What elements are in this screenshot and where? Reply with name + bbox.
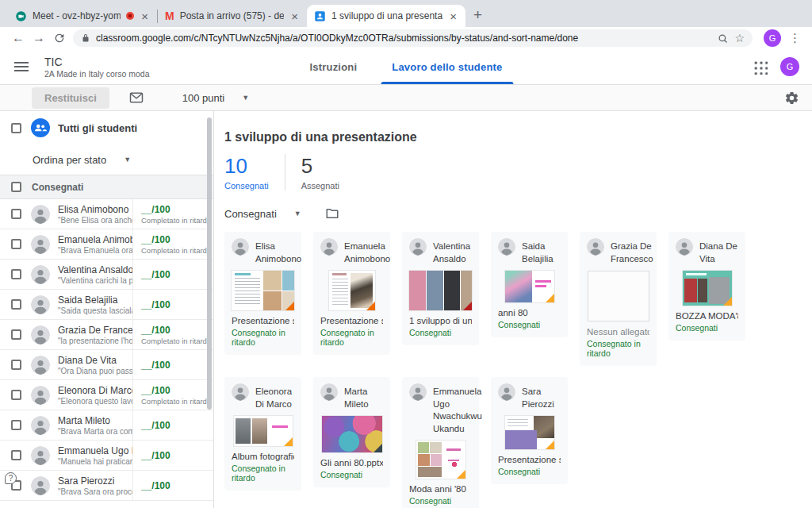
submission-card[interactable]: Grazia De Francesco Nessun allegato Cons… xyxy=(580,232,657,366)
student-checkbox[interactable] xyxy=(11,269,21,279)
grade-cell[interactable]: __/100 xyxy=(132,441,213,470)
attachment-filename[interactable]: anni 80 xyxy=(498,308,561,318)
student-row[interactable]: Saida Belajilia "Saida questa lasciala c… xyxy=(0,290,213,320)
reload-icon[interactable] xyxy=(49,32,70,44)
student-checkbox[interactable] xyxy=(11,450,21,460)
grade-cell[interactable]: __/100 Completato in ritardo xyxy=(132,229,213,259)
attachment-thumbnail[interactable] xyxy=(329,271,375,310)
close-icon[interactable]: × xyxy=(448,10,458,22)
submission-card[interactable]: Elisa Animobono Presentazione senza t...… xyxy=(224,232,301,355)
attachment-thumbnail[interactable] xyxy=(409,271,472,310)
attachment-filename[interactable]: Presentazione senza t... xyxy=(232,316,294,325)
email-icon[interactable] xyxy=(128,90,144,106)
student-row[interactable]: Emanuela Animobono "Brava Emanuela ora p… xyxy=(0,229,213,260)
student-checkbox[interactable] xyxy=(11,299,21,310)
grade-cell[interactable]: __/100 xyxy=(132,410,213,440)
tab-istruzioni[interactable]: Istruzioni xyxy=(309,49,357,84)
back-icon[interactable]: ← xyxy=(8,31,29,45)
attachment-thumbnail[interactable] xyxy=(416,441,465,479)
attachment-filename[interactable]: Album fotografico xyxy=(232,452,294,461)
student-row[interactable]: Valentina Ansaldo "Valentina carichi la … xyxy=(0,260,213,290)
student-row[interactable]: Sara Pierozzi "Brava Sara ora procedi a.… xyxy=(0,471,213,501)
section-checkbox[interactable] xyxy=(11,182,21,192)
bookmark-star-icon[interactable]: ☆ xyxy=(734,32,745,44)
stat-consegnati[interactable]: 10 Consegnati xyxy=(224,154,285,190)
attachment-filename[interactable]: 1 sviluppo di una pres... xyxy=(409,316,472,325)
stat-assegnati[interactable]: 5 Assegnati xyxy=(285,154,355,190)
attachment-thumbnail[interactable] xyxy=(683,271,732,306)
grade-cell[interactable]: __/100 xyxy=(132,471,213,500)
zoom-icon[interactable] xyxy=(717,33,729,44)
browser-tab-gmail[interactable]: M Posta in arrivo (575) - de_genn × xyxy=(158,5,307,27)
browser-profile-avatar[interactable]: G xyxy=(764,29,781,47)
submission-card[interactable]: Sara Pierozzi Presentazione senza t... C… xyxy=(491,377,568,484)
grade-cell[interactable]: __/100 xyxy=(132,260,213,289)
attachment-thumbnail[interactable] xyxy=(234,416,293,446)
account-avatar[interactable]: G xyxy=(780,57,799,76)
student-checkbox[interactable] xyxy=(11,329,21,340)
student-row[interactable]: Grazia De Francesco "la presentazione l'… xyxy=(0,320,213,350)
submission-card[interactable]: Eleonora Di Marco Album fotografico Cons… xyxy=(224,377,301,491)
help-icon[interactable]: ? xyxy=(5,472,17,484)
attachment-filename[interactable]: Presentazione senza t... xyxy=(498,455,561,464)
submission-cards-grid: Elisa Animobono Presentazione senza t...… xyxy=(224,232,812,508)
browser-tab-classroom-active[interactable]: 1 sviluppo di una presentazione × xyxy=(307,5,465,27)
attachment-thumbnail[interactable] xyxy=(505,271,554,302)
settings-gear-icon[interactable] xyxy=(784,90,799,106)
student-checkbox[interactable] xyxy=(11,239,21,249)
main-menu-icon[interactable] xyxy=(13,59,30,75)
section-consegnati: Consegnati xyxy=(0,175,213,199)
student-row[interactable]: Eleonora Di Marco "Eleonora questo lavor… xyxy=(0,380,213,410)
attachment-filename[interactable]: Moda anni '80 xyxy=(409,484,472,494)
status-filter-dropdown[interactable]: Consegnati xyxy=(224,208,277,220)
student-row[interactable]: Diana De Vita "Ora Diana puoi passare ..… xyxy=(0,350,213,380)
submission-card[interactable]: Saida Belajilia anni 80 Consegnati xyxy=(491,232,568,337)
sidebar-scrollbar[interactable] xyxy=(207,117,212,410)
attachment-filename[interactable]: Gli anni 80.pptx xyxy=(320,458,383,468)
submission-card[interactable]: Marta Mileto Gli anni 80.pptx Consegnati xyxy=(313,377,390,487)
grade-cell[interactable]: __/100 Completato in ritardo xyxy=(132,199,213,229)
select-all-checkbox[interactable] xyxy=(11,123,21,133)
attachment-thumbnail[interactable] xyxy=(505,416,554,449)
student-row[interactable]: Emmanuela Ugo Nwac... "Manuela hai prati… xyxy=(0,441,213,471)
student-row[interactable]: Marta Mileto "Brava Marta ora come a... … xyxy=(0,410,213,441)
course-title[interactable]: TIC xyxy=(44,56,150,68)
google-apps-grid-icon[interactable] xyxy=(753,60,768,75)
folder-icon[interactable] xyxy=(325,206,339,221)
all-students-row[interactable]: Tutti gli studenti xyxy=(0,111,213,144)
close-icon[interactable]: × xyxy=(289,10,300,22)
student-avatar xyxy=(498,238,515,256)
grade-cell[interactable]: __/100 Completato in ritardo xyxy=(132,320,213,349)
student-checkbox[interactable] xyxy=(11,390,21,400)
attachment-filename[interactable]: Presentazione senza t... xyxy=(320,316,383,325)
browser-tab-meet[interactable]: Meet - ovz-hbyz-yom × xyxy=(8,5,157,27)
close-icon[interactable]: × xyxy=(140,10,150,22)
student-row[interactable]: Elisa Animobono "Bene Elisa ora anche tu… xyxy=(0,199,213,229)
return-button[interactable]: Restituisci xyxy=(32,87,109,109)
attachment-thumbnail[interactable] xyxy=(588,271,649,321)
submissions-main: 1 sviluppo di una presentazione 10 Conse… xyxy=(214,111,812,508)
attachment-filename[interactable]: BOZZA MODA'80 DE V... xyxy=(676,311,738,321)
tab-lavoro-dello-studente[interactable]: Lavoro dello studente xyxy=(392,49,502,84)
submission-status: Consegnato in ritardo xyxy=(232,328,294,347)
points-dropdown[interactable]: 100 punti ▼ xyxy=(182,92,249,104)
attachment-filename[interactable]: Nessun allegato xyxy=(587,327,649,337)
url-field[interactable]: classroom.google.com/c/NTcyNTUwNzc5Njha/… xyxy=(73,29,753,47)
grade-cell[interactable]: __/100 xyxy=(132,290,213,319)
student-checkbox[interactable] xyxy=(11,360,21,370)
browser-menu-icon[interactable]: ⋮ xyxy=(786,31,804,45)
submission-card[interactable]: Emanuela Animobono Presentazione senza t… xyxy=(313,232,390,355)
browser-tab-strip: Meet - ovz-hbyz-yom × M Posta in arrivo … xyxy=(0,0,812,27)
sort-by-dropdown[interactable]: Ordina per stato ▼ xyxy=(0,144,213,175)
submission-card[interactable]: Emmanuela Ugo Nwachukwu Ukandu Moda anni… xyxy=(402,377,479,508)
student-checkbox[interactable] xyxy=(11,209,21,219)
student-checkbox[interactable] xyxy=(11,420,21,430)
attachment-thumbnail[interactable] xyxy=(232,271,294,310)
submission-card[interactable]: Valentina Ansaldo 1 sviluppo di una pres… xyxy=(402,232,479,345)
forward-icon[interactable]: → xyxy=(29,31,49,45)
grade-cell[interactable]: __/100 xyxy=(132,350,213,379)
submission-card[interactable]: Diana De Vita BOZZA MODA'80 DE V... Cons… xyxy=(668,232,745,341)
attachment-thumbnail[interactable] xyxy=(322,416,382,452)
grade-cell[interactable]: __/100 Completato in ritardo xyxy=(132,380,213,410)
new-tab-button[interactable]: + xyxy=(473,6,482,24)
